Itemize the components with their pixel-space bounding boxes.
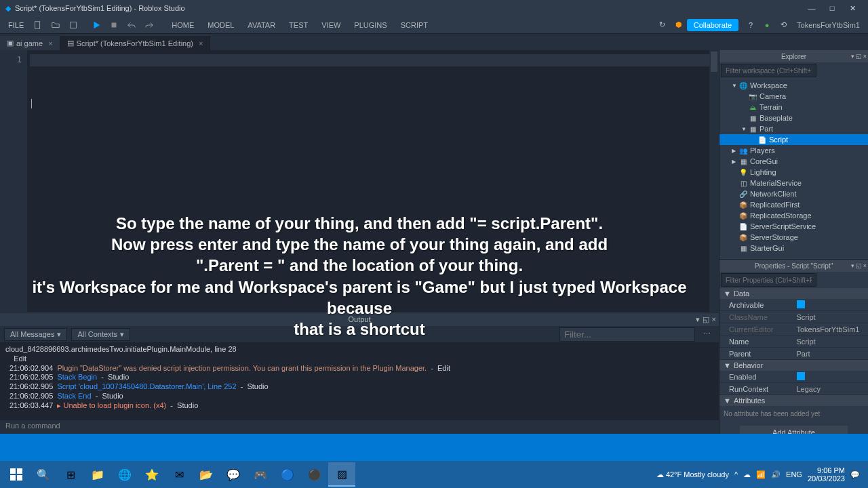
section-data[interactable]: ▼Data <box>719 288 868 299</box>
popout-icon[interactable]: ◱ <box>856 53 862 60</box>
node-terrain[interactable]: ⛰Terrain <box>719 102 868 113</box>
file-menu[interactable]: FILE <box>3 21 29 29</box>
help-icon[interactable]: ? <box>745 19 757 31</box>
popout-icon[interactable]: ◱ <box>856 262 862 269</box>
close-button[interactable]: ✕ <box>842 4 863 13</box>
prop-runcontext[interactable]: RunContextLegacy <box>719 383 868 395</box>
edge-icon[interactable]: 🌐 <box>111 462 138 487</box>
node-startergui[interactable]: ▦StarterGui <box>719 243 868 253</box>
mail-icon[interactable]: ✉ <box>165 462 193 487</box>
properties-filter-input[interactable] <box>721 273 816 287</box>
start-button[interactable] <box>3 462 30 487</box>
dock-icon[interactable]: ▾ <box>851 53 854 60</box>
robloxstudio-icon[interactable]: ▨ <box>328 462 355 487</box>
messages-filter[interactable]: All Messages▾ <box>4 328 67 341</box>
tab-view[interactable]: VIEW <box>315 21 347 29</box>
node-part[interactable]: ▼▦Part <box>719 123 868 134</box>
code-editor[interactable]: 1 <box>0 50 719 312</box>
more-icon[interactable]: ⋯ <box>703 330 711 339</box>
contexts-filter[interactable]: All Contexts▾ <box>71 328 130 341</box>
store-icon[interactable]: ⭐ <box>138 462 165 487</box>
node-replicatedfirst[interactable]: 📦ReplicatedFirst <box>719 199 868 210</box>
tray-chevron-icon[interactable]: ^ <box>734 470 738 479</box>
explorer-filter-input[interactable] <box>721 64 816 77</box>
viber-icon[interactable]: 💬 <box>220 462 247 487</box>
close-icon[interactable]: × <box>863 262 867 269</box>
save-icon[interactable] <box>65 18 81 32</box>
volume-icon[interactable]: 🔊 <box>771 470 781 479</box>
wifi-icon[interactable]: 📶 <box>756 470 766 479</box>
undo-icon[interactable] <box>123 18 140 32</box>
node-serverscriptservice[interactable]: 📄ServerScriptService <box>719 221 868 232</box>
search-icon[interactable]: 🔍 <box>30 462 57 487</box>
node-replicatedstorage[interactable]: 📦ReplicatedStorage <box>719 210 868 221</box>
svg-rect-0 <box>35 21 40 28</box>
notifications-icon[interactable]: 💬 <box>850 470 860 479</box>
minimize-button[interactable]: — <box>802 4 822 12</box>
section-behavior[interactable]: ▼Behavior <box>719 360 868 371</box>
open-icon[interactable] <box>47 18 64 32</box>
tab-plugins[interactable]: PLUGINS <box>347 21 393 29</box>
section-attributes[interactable]: ▼Attributes <box>719 395 868 406</box>
new-icon[interactable] <box>30 18 46 32</box>
updates-icon[interactable]: ⬢ <box>673 19 685 31</box>
node-baseplate[interactable]: ▦Baseplate <box>719 113 868 123</box>
node-networkclient[interactable]: 🔗NetworkClient <box>719 188 868 199</box>
editor-area: 1 So type the name of your thing, and th… <box>0 50 719 434</box>
onedrive-icon[interactable]: ☁ <box>743 470 751 479</box>
menubar: FILE HOME MODEL AVATAR TEST VIEW PLUGINS… <box>0 16 868 34</box>
tab-home[interactable]: HOME <box>165 21 201 29</box>
play-icon[interactable] <box>88 18 104 32</box>
output-log[interactable]: cloud_8428896693.archimedesTwo.initiateP… <box>0 342 719 420</box>
close-panel-icon[interactable]: × <box>712 315 716 324</box>
node-script[interactable]: 📄Script <box>719 134 868 145</box>
output-filter-input[interactable] <box>559 327 695 342</box>
doc-tab-script[interactable]: ▤ Script* (TokensForYtbSim1 Editing) × <box>60 36 211 50</box>
scrollbar[interactable] <box>709 50 719 312</box>
maximize-button[interactable]: □ <box>822 4 842 12</box>
add-attribute-button[interactable]: Add Attribute <box>740 426 848 434</box>
tab-test[interactable]: TEST <box>282 21 315 29</box>
stop-icon[interactable] <box>106 18 122 32</box>
prop-parent[interactable]: ParentPart <box>719 348 868 360</box>
popout-icon[interactable]: ◱ <box>703 315 709 324</box>
node-workspace[interactable]: ▼🌐Workspace <box>719 80 868 91</box>
obs-icon[interactable]: ⚫ <box>301 462 328 487</box>
prop-name[interactable]: NameScript <box>719 336 868 348</box>
explorer-tree[interactable]: ▼🌐Workspace 📷Camera ⛰Terrain ▦Baseplate … <box>719 79 868 255</box>
discord-icon[interactable]: 🎮 <box>247 462 274 487</box>
close-tab-icon[interactable]: × <box>48 39 52 47</box>
files-icon[interactable]: 📂 <box>193 462 220 487</box>
node-camera[interactable]: 📷Camera <box>719 91 868 102</box>
dock-icon[interactable]: ▾ <box>851 262 854 269</box>
close-tab-icon[interactable]: × <box>199 39 203 47</box>
redo-icon[interactable] <box>141 18 157 32</box>
node-lighting[interactable]: 💡Lighting <box>719 167 868 178</box>
explorer-icon[interactable]: 📁 <box>84 462 111 487</box>
tab-avatar[interactable]: AVATAR <box>241 21 282 29</box>
node-materialservice[interactable]: ◫MaterialService <box>719 178 868 188</box>
doc-tab-aigame[interactable]: ▣ ai game × <box>0 36 60 50</box>
tab-script[interactable]: SCRIPT <box>394 21 435 29</box>
output-header: Output ▾ ◱ × <box>0 312 719 326</box>
chrome-icon[interactable]: 🔵 <box>274 462 301 487</box>
language-indicator[interactable]: ENG <box>786 470 802 479</box>
command-input[interactable]: Run a command <box>0 420 719 434</box>
close-icon[interactable]: × <box>863 53 867 60</box>
weather-widget[interactable]: ☁ 42°F Mostly cloudy <box>656 470 729 479</box>
prop-classname: ClassNameScript <box>719 311 868 323</box>
prop-archivable[interactable]: Archivable <box>719 299 868 311</box>
clock[interactable]: 9:06 PM 20/03/2023 <box>808 466 845 483</box>
app-icon: ◆ <box>5 4 11 13</box>
prop-enabled[interactable]: Enabled <box>719 371 868 383</box>
refresh-icon[interactable]: ↻ <box>656 19 669 31</box>
tab-model[interactable]: MODEL <box>201 21 241 29</box>
expand-icon[interactable]: ▾ <box>696 315 700 324</box>
node-players[interactable]: ▶👥Players <box>719 145 868 156</box>
node-serverstorage[interactable]: 📦ServerStorage <box>719 232 868 243</box>
collaborate-button[interactable]: Collaborate <box>687 19 738 31</box>
username-label[interactable]: TokensForYtbSim1 <box>791 21 865 29</box>
share-icon[interactable]: ⟲ <box>777 19 789 31</box>
node-coregui[interactable]: ▶▦CoreGui <box>719 156 868 167</box>
taskview-icon[interactable]: ⊞ <box>57 462 84 487</box>
